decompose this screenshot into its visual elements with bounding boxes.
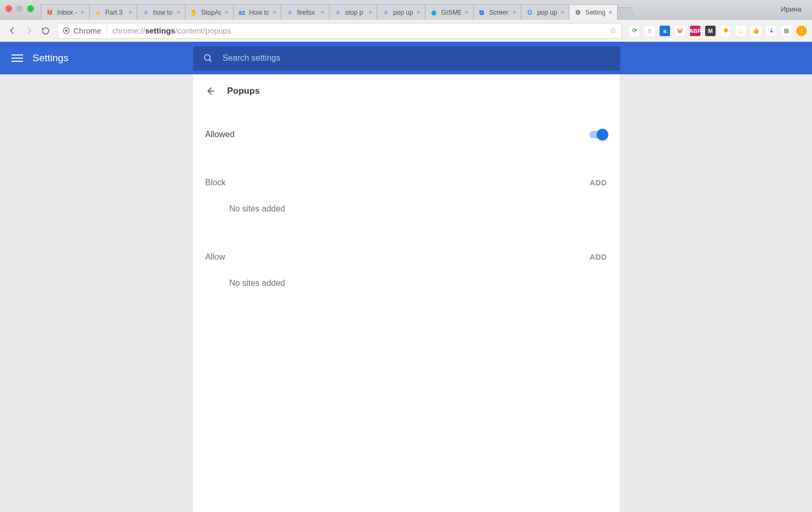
chrome-icon xyxy=(62,27,70,35)
omnibox-url-prefix: chrome:// xyxy=(112,26,145,35)
omnibox-chip-label: Chrome xyxy=(73,26,101,35)
extension-icon[interactable]: ✱ xyxy=(720,26,731,36)
block-add-button[interactable]: ADD xyxy=(590,179,607,187)
tab-close-button[interactable]: × xyxy=(415,9,422,16)
settings-search-input[interactable] xyxy=(223,53,611,63)
extension-icon[interactable]: ▦ xyxy=(781,26,792,36)
extension-icon[interactable]: ⟳ xyxy=(629,26,640,36)
browser-tab[interactable]: ▲Part 3× xyxy=(90,4,138,20)
browser-tab[interactable]: ≡how to× xyxy=(137,4,185,20)
omnibox-security-chip: Chrome xyxy=(62,26,107,35)
tab-close-button[interactable]: × xyxy=(223,9,230,16)
omnibox-url: chrome://settings/content/popups xyxy=(112,26,231,35)
tab-title: stop p xyxy=(345,9,365,16)
tab-favicon: ≡ xyxy=(381,8,390,17)
allow-add-button[interactable]: ADD xyxy=(590,253,607,261)
settings-search-box[interactable] xyxy=(193,46,620,71)
svg-point-1 xyxy=(65,29,67,31)
omnibox-url-path: settings xyxy=(145,26,175,35)
extension-icon[interactable]: 👍 xyxy=(751,26,761,36)
settings-card: Popups Allowed Block ADD No sites added … xyxy=(193,74,620,512)
tab-title: Setting xyxy=(585,9,605,16)
tab-title: Screen xyxy=(489,9,509,16)
svg-point-2 xyxy=(204,54,210,60)
settings-app-title: Settings xyxy=(32,52,69,64)
browser-tab[interactable]: MInbox -× xyxy=(41,4,90,20)
search-icon xyxy=(203,53,213,63)
nav-forward-button[interactable] xyxy=(22,24,36,38)
tab-close-button[interactable]: × xyxy=(271,9,278,16)
tab-close-button[interactable]: × xyxy=(463,9,470,16)
omnibox[interactable]: Chrome chrome://settings/content/popups … xyxy=(58,23,622,39)
tab-favicon: ▲ xyxy=(94,8,102,17)
browser-tab[interactable]: azHow to× xyxy=(234,4,282,20)
browser-tab[interactable]: ✋StopAd× xyxy=(185,4,234,20)
new-tab-button[interactable] xyxy=(617,7,635,19)
extension-icon[interactable]: □ xyxy=(736,26,746,36)
browser-tab-strip: MInbox -×▲Part 3×≡how to×✋StopAd×azHow t… xyxy=(0,0,812,20)
allowed-label: Allowed xyxy=(205,130,235,139)
hamburger-menu-button[interactable] xyxy=(12,52,23,64)
window-zoom-button[interactable] xyxy=(27,5,34,12)
nav-reload-button[interactable] xyxy=(39,24,52,38)
browser-tab[interactable]: ≡stop p× xyxy=(330,4,378,20)
settings-body: Popups Allowed Block ADD No sites added … xyxy=(0,74,812,512)
tab-title: GISME xyxy=(441,9,461,16)
extension-icon[interactable]: ⇣ xyxy=(766,26,776,36)
page-header: Popups xyxy=(193,74,620,103)
page-title: Popups xyxy=(227,86,260,96)
arrow-left-icon xyxy=(205,86,216,96)
profile-name-chip[interactable]: Ирина xyxy=(775,4,807,14)
tab-title: how to xyxy=(153,9,173,16)
tab-close-button[interactable]: × xyxy=(79,9,86,16)
tab-favicon: M xyxy=(46,8,54,17)
bookmark-star-button[interactable]: ☆ xyxy=(609,25,617,36)
window-minimize-button[interactable] xyxy=(16,5,23,12)
browser-tab[interactable]: ⧉Screen× xyxy=(474,4,522,20)
browser-tab[interactable]: ⚙Setting× xyxy=(569,4,618,20)
extension-icon[interactable]: a xyxy=(660,26,670,36)
extension-icon[interactable]: 🐷 xyxy=(675,26,685,36)
tab-title: Part 3 xyxy=(105,9,125,16)
tab-close-button[interactable]: × xyxy=(607,9,614,16)
tab-title: pop up xyxy=(393,9,413,16)
tab-close-button[interactable]: × xyxy=(511,9,518,16)
omnibox-url-suffix: /content/popups xyxy=(175,26,231,35)
arrow-left-icon xyxy=(8,26,17,35)
tab-close-button[interactable]: × xyxy=(367,9,374,16)
tab-title: Inbox - xyxy=(57,9,77,16)
tab-title: firefox xyxy=(297,9,317,16)
block-label: Block xyxy=(205,178,226,187)
browser-tab[interactable]: ◉GISME× xyxy=(425,4,474,20)
window-close-button[interactable] xyxy=(5,5,12,12)
extension-icon[interactable]: ! xyxy=(796,26,807,36)
tab-close-button[interactable]: × xyxy=(127,9,134,16)
tab-favicon: ⚙ xyxy=(574,8,582,17)
tab-close-button[interactable]: × xyxy=(559,9,566,16)
back-button[interactable] xyxy=(205,86,216,96)
window-controls xyxy=(5,5,34,12)
extension-icon[interactable]: ⎍ xyxy=(644,26,655,36)
reload-icon xyxy=(41,26,50,36)
allow-section-header: Allow ADD xyxy=(193,241,620,273)
tab-close-button[interactable]: × xyxy=(319,9,326,16)
browser-tab[interactable]: Gpop up× xyxy=(521,4,569,20)
browser-tab[interactable]: ≡pop up× xyxy=(377,4,425,20)
tab-favicon: ≡ xyxy=(286,8,294,17)
allowed-row: Allowed xyxy=(193,118,620,151)
tab-close-button[interactable]: × xyxy=(175,9,182,16)
tab-favicon: ≡ xyxy=(334,8,342,17)
tab-title: How to xyxy=(249,9,269,16)
extension-icons: ⟳⎍a🐷ABPM✱□👍⇣▦! xyxy=(627,26,807,36)
extension-icon[interactable]: M xyxy=(705,26,716,36)
tab-favicon: ◉ xyxy=(430,8,438,17)
allowed-toggle[interactable] xyxy=(589,131,607,138)
nav-back-button[interactable] xyxy=(5,24,19,38)
tab-favicon: ⧉ xyxy=(478,8,486,17)
browser-tab[interactable]: ≡firefox× xyxy=(281,4,330,20)
allow-label: Allow xyxy=(205,252,225,262)
settings-header: Settings xyxy=(0,42,812,74)
extension-icon[interactable]: ABP xyxy=(690,26,700,36)
browser-toolbar: Chrome chrome://settings/content/popups … xyxy=(0,20,812,42)
tab-favicon: ✋ xyxy=(190,8,198,17)
